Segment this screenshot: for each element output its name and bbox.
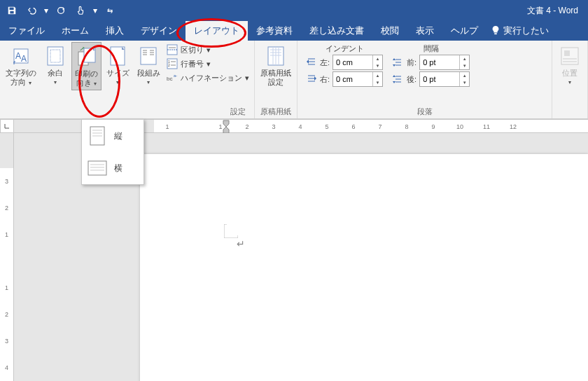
page-setup-group-label: 設定 — [3, 106, 251, 118]
spacing-after-icon — [393, 74, 404, 85]
margin-marker — [224, 224, 238, 240]
landscape-icon — [88, 158, 107, 179]
indent-heading: インデント — [306, 43, 383, 54]
breaks-button[interactable]: 区切り ▾ — [164, 43, 251, 56]
ribbon-tabs: ファイル ホーム 挿入 デザイン レイアウト 参考資料 差し込み文書 校閲 表示… — [0, 21, 588, 41]
margins-button[interactable]: 余白 ▾ — [41, 42, 70, 88]
svg-text:a-: a- — [174, 74, 177, 78]
quick-access-toolbar: ▾ ▾ ⇆ — [4, 3, 118, 18]
manuscript-icon — [265, 45, 287, 67]
svg-rect-0 — [10, 8, 14, 11]
hyphenation-button[interactable]: bca-ハイフネーション ▾ — [164, 71, 251, 84]
touch-mode-button[interactable] — [73, 3, 88, 18]
orientation-portrait-item[interactable]: 縦 — [82, 120, 144, 152]
orientation-button[interactable]: 印刷の向き ▾ — [71, 42, 102, 90]
tab-selector[interactable] — [0, 119, 14, 133]
position-button: 位置▾ — [555, 42, 584, 88]
page — [140, 154, 588, 381]
spin-up[interactable]: ▲ — [373, 72, 382, 79]
orientation-landscape-item[interactable]: 横 — [82, 152, 144, 184]
vertical-ruler[interactable]: 3211234 — [0, 133, 14, 381]
columns-icon — [137, 45, 160, 67]
group-manuscript: 原稿用紙設定 原稿用紙 — [255, 41, 298, 118]
tab-help[interactable]: ヘルプ — [442, 21, 486, 41]
size-icon — [106, 45, 129, 67]
text-direction-icon: AA — [10, 45, 32, 67]
tab-design[interactable]: デザイン — [132, 21, 186, 41]
tab-review[interactable]: 校閲 — [372, 21, 407, 41]
bulb-icon — [491, 25, 500, 37]
spin-up[interactable]: ▲ — [460, 55, 469, 62]
breaks-icon — [167, 44, 178, 55]
paragraph-group-label: 段落 — [300, 106, 549, 118]
titlebar: ▾ ▾ ⇆ 文書 4 - Word — [0, 0, 588, 21]
svg-rect-3 — [494, 33, 497, 34]
svg-rect-37 — [564, 50, 570, 56]
tab-tellme[interactable]: 実行したい — [486, 21, 553, 41]
undo-dropdown[interactable]: ▾ — [43, 3, 49, 18]
tab-insert[interactable]: 挿入 — [97, 21, 132, 41]
line-numbers-icon: 12 — [167, 58, 178, 69]
manuscript-group-label: 原稿用紙 — [258, 106, 294, 118]
portrait-icon — [88, 125, 107, 146]
undo-button[interactable] — [24, 3, 39, 18]
window-title: 文書 4 - Word — [527, 5, 578, 17]
hyphenation-icon: bca- — [167, 72, 178, 83]
svg-text:bc: bc — [167, 76, 172, 82]
svg-rect-45 — [88, 161, 106, 175]
position-icon — [559, 45, 581, 67]
svg-text:2: 2 — [168, 63, 170, 67]
margins-icon — [44, 45, 66, 67]
indent-right-input[interactable]: 0 cm▲▼ — [332, 71, 383, 87]
tab-layout[interactable]: レイアウト — [186, 21, 248, 41]
spin-up[interactable]: ▲ — [460, 72, 469, 79]
size-button[interactable]: サイズ ▾ — [103, 42, 132, 88]
spin-down[interactable]: ▼ — [373, 62, 382, 69]
group-page-setup: AA 文字列の方向 ▾ 余白 ▾ 印刷の向き ▾ サイズ ▾ 段組み ▾ 区切り… — [0, 41, 255, 118]
orientation-icon — [76, 46, 98, 68]
columns-button[interactable]: 段組み ▾ — [134, 42, 163, 88]
manuscript-button[interactable]: 原稿用紙設定 — [258, 42, 294, 88]
spacing-before-input[interactable]: 0 pt▲▼ — [419, 55, 470, 70]
ribbon: AA 文字列の方向 ▾ 余白 ▾ 印刷の向き ▾ サイズ ▾ 段組み ▾ 区切り… — [0, 41, 588, 119]
tab-home[interactable]: ホーム — [53, 21, 97, 41]
svg-rect-1 — [10, 11, 13, 14]
svg-text:A: A — [15, 51, 21, 61]
tab-references[interactable]: 参考資料 — [248, 21, 301, 41]
customize-qat-button[interactable]: ⇆ — [102, 3, 118, 18]
save-button[interactable] — [4, 3, 20, 18]
group-arrange: 位置▾ — [552, 41, 588, 118]
text-direction-button[interactable]: AA 文字列の方向 ▾ — [3, 42, 39, 89]
indent-left-icon — [306, 57, 317, 68]
spin-down[interactable]: ▼ — [460, 62, 469, 69]
indent-left-input[interactable]: 0 cm▲▼ — [332, 55, 383, 70]
redo-button[interactable] — [53, 3, 69, 18]
svg-text:A: A — [21, 54, 27, 64]
orientation-dropdown: 縦 横 — [81, 119, 144, 185]
spacing-before-icon — [393, 57, 404, 68]
tab-mailings[interactable]: 差し込み文書 — [301, 21, 372, 41]
spin-down[interactable]: ▼ — [460, 79, 469, 86]
spin-up[interactable]: ▲ — [373, 55, 382, 62]
spacing-after-input[interactable]: 0 pt▲▼ — [419, 71, 470, 87]
spin-down[interactable]: ▼ — [373, 79, 382, 86]
indent-right-icon — [306, 74, 317, 85]
paragraph-mark: ↵ — [237, 238, 245, 249]
spacing-heading: 間隔 — [393, 43, 470, 54]
touch-dropdown[interactable]: ▾ — [92, 3, 98, 18]
tab-view[interactable]: 表示 — [407, 21, 442, 41]
line-numbers-button[interactable]: 12行番号 ▾ — [164, 57, 251, 70]
group-paragraph: インデント 左: 0 cm▲▼ 右: 0 cm▲▼ 間隔 前: 0 pt▲▼ — [298, 41, 552, 118]
tab-file[interactable]: ファイル — [0, 21, 53, 41]
